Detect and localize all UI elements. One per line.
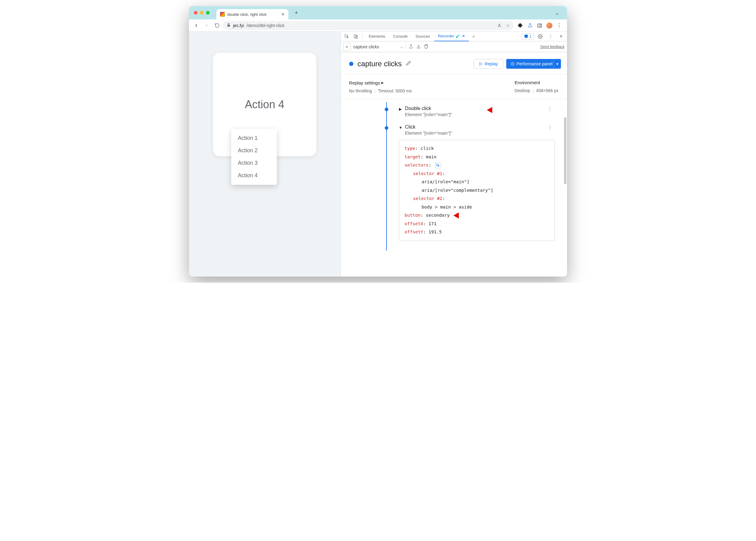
url-domain: jec.fyi xyxy=(233,23,244,28)
delete-icon[interactable] xyxy=(424,44,428,50)
performance-panel-more-button[interactable]: ▾ xyxy=(554,59,561,69)
annotation-arrow-icon xyxy=(487,105,500,115)
issues-button[interactable]: 1 xyxy=(522,33,534,40)
devtools-panel: Elements Console Sources Recorder 🧪 ✕ » … xyxy=(340,32,567,276)
extensions-icon[interactable] xyxy=(517,23,523,29)
record-status-icon xyxy=(349,62,353,66)
timeout-value: Timeout: 5000 ms xyxy=(378,88,412,93)
env-device: Desktop xyxy=(515,88,530,93)
inspect-element-icon[interactable] xyxy=(342,32,351,41)
minimize-window-icon[interactable] xyxy=(200,11,203,15)
step-more-icon[interactable]: ⋮ xyxy=(545,124,555,130)
environment-heading: Environment xyxy=(515,80,559,85)
replay-button[interactable]: Replay xyxy=(474,59,503,69)
annotation-arrow-icon xyxy=(453,211,467,220)
tab-title: double click, right click xyxy=(227,12,266,17)
window-controls xyxy=(194,11,210,15)
context-menu: Action 1 Action 2 Action 3 Action 4 xyxy=(231,129,277,185)
step-double-click[interactable]: ▶ Double click Element "[role="main"]" ⋮ xyxy=(387,102,561,121)
recorder-settings: Replay settings ▸ No throttling | Timeou… xyxy=(341,75,567,99)
browser-window: double click, right click ✕ + ⌄ jec.fyi/… xyxy=(189,6,567,276)
svg-marker-6 xyxy=(480,62,482,65)
extension-icons: ⋮ xyxy=(515,23,564,29)
replay-settings-heading[interactable]: Replay settings ▸ xyxy=(349,80,412,85)
browser-tab[interactable]: double click, right click ✕ xyxy=(216,9,288,19)
devtools-menu-icon[interactable]: ⋮ xyxy=(546,32,555,41)
recorder-steps: ▶ Double click Element "[role="main"]" ⋮ xyxy=(341,99,567,276)
url-input[interactable]: jec.fyi/demo/dbl-right-click ☆ xyxy=(223,21,514,30)
maximize-window-icon[interactable] xyxy=(206,11,210,15)
bookmark-star-icon[interactable]: ☆ xyxy=(506,23,510,28)
page-content: Action 4 Action 1 Action 2 Action 3 Acti… xyxy=(189,32,340,276)
share-icon[interactable] xyxy=(497,23,502,28)
caret-right-icon[interactable]: ▶ xyxy=(399,107,403,111)
action-card[interactable]: Action 4 Action 1 Action 2 Action 3 Acti… xyxy=(213,53,316,156)
address-bar: jec.fyi/demo/dbl-right-click ☆ ⋮ xyxy=(189,19,567,32)
tab-elements[interactable]: Elements xyxy=(365,32,389,41)
recorder-toolbar: + capture clicks ⌄ Send feedback xyxy=(341,41,567,52)
browser-menu-icon[interactable]: ⋮ xyxy=(556,23,562,29)
step-dot-icon xyxy=(385,126,388,130)
card-title: Action 4 xyxy=(245,98,284,111)
flask-icon: 🧪 xyxy=(456,34,460,38)
step-subtitle: Element "[role="main"]" xyxy=(405,130,452,136)
settings-gear-icon[interactable] xyxy=(536,32,545,41)
close-window-icon[interactable] xyxy=(194,11,197,15)
flask-extension-icon[interactable] xyxy=(527,23,533,29)
titlebar: double click, right click ✕ + ⌄ xyxy=(189,6,567,19)
step-dot-icon xyxy=(385,108,388,111)
devtools-tabbar: Elements Console Sources Recorder 🧪 ✕ » … xyxy=(341,32,567,41)
lock-icon xyxy=(227,23,230,28)
send-feedback-link[interactable]: Send feedback xyxy=(540,45,565,49)
recording-selector[interactable]: capture clicks ⌄ xyxy=(353,44,403,49)
profile-avatar[interactable] xyxy=(546,23,553,29)
step-more-icon[interactable]: ⋮ xyxy=(545,106,555,112)
reload-button[interactable] xyxy=(213,21,221,30)
env-size: 458×566 px xyxy=(536,88,559,93)
tabs-overflow-icon[interactable]: ⌄ xyxy=(552,10,562,16)
favicon-icon xyxy=(220,12,225,17)
scrollbar[interactable] xyxy=(564,117,567,184)
caret-down-icon[interactable]: ▼ xyxy=(399,126,403,130)
context-menu-item[interactable]: Action 3 xyxy=(231,157,277,169)
edit-title-icon[interactable] xyxy=(406,61,411,67)
step-title: Double click xyxy=(405,106,452,111)
step-subtitle: Element "[role="main"]" xyxy=(405,112,452,117)
close-tab-icon[interactable]: ✕ xyxy=(281,12,285,17)
chevron-down-icon: ⌄ xyxy=(400,45,403,49)
panel-icon[interactable] xyxy=(537,23,543,29)
back-button[interactable] xyxy=(192,21,200,30)
step-details: type: click target: main selectors: sele… xyxy=(399,140,555,241)
step-title: Click xyxy=(405,124,452,130)
new-tab-button[interactable]: + xyxy=(292,9,300,17)
tab-console[interactable]: Console xyxy=(390,32,411,41)
close-panel-icon[interactable]: ✕ xyxy=(462,34,465,38)
context-menu-item[interactable]: Action 4 xyxy=(231,169,277,182)
tab-sources[interactable]: Sources xyxy=(412,32,434,41)
svg-rect-0 xyxy=(538,24,542,27)
caret-right-icon: ▸ xyxy=(381,80,384,85)
url-path: /demo/dbl-right-click xyxy=(246,23,284,28)
close-devtools-icon[interactable]: ✕ xyxy=(557,32,565,41)
context-menu-item[interactable]: Action 2 xyxy=(231,144,277,157)
new-recording-button[interactable]: + xyxy=(343,43,351,51)
svg-point-5 xyxy=(540,36,541,37)
step-click[interactable]: ▼ Click Element "[role="main"]" ⋮ type: … xyxy=(387,121,561,245)
performance-panel-button[interactable]: Performance panel xyxy=(506,59,557,69)
throttling-value: No throttling xyxy=(349,88,372,93)
recording-title: capture clicks xyxy=(358,60,402,68)
more-tabs-icon[interactable]: » xyxy=(470,32,478,41)
context-menu-item[interactable]: Action 1 xyxy=(231,132,277,144)
recording-header: capture clicks Replay Performance panel xyxy=(341,52,567,75)
export-icon[interactable] xyxy=(409,44,413,50)
forward-button[interactable] xyxy=(202,21,211,30)
pick-selector-icon[interactable] xyxy=(435,162,441,168)
device-toolbar-icon[interactable] xyxy=(352,32,360,41)
import-icon[interactable] xyxy=(416,44,421,50)
tab-recorder[interactable]: Recorder 🧪 ✕ xyxy=(434,32,469,41)
